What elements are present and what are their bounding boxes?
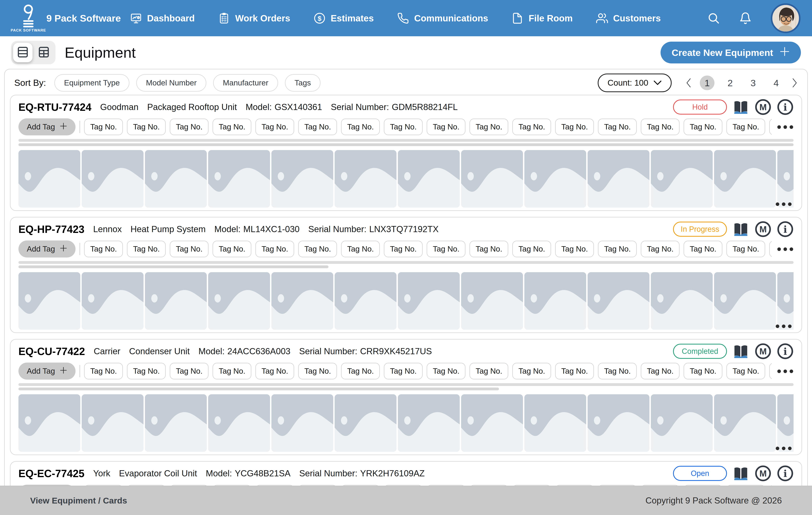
- equipment-photo-placeholder[interactable]: [335, 394, 397, 452]
- equipment-photo-placeholder[interactable]: [271, 150, 333, 207]
- page-number-2[interactable]: 2: [723, 76, 737, 90]
- sort-chip-tags[interactable]: Tags: [285, 74, 321, 92]
- tag-chip[interactable]: Tag No.: [726, 363, 765, 379]
- m-circle-icon[interactable]: M: [755, 99, 771, 115]
- tag-chip[interactable]: Tag No.: [298, 363, 337, 379]
- tag-chip[interactable]: Tag No.: [598, 241, 637, 257]
- horizontal-scrollbar-thumb[interactable]: [19, 388, 499, 390]
- nav-item-file-room[interactable]: File Room: [512, 12, 573, 24]
- info-icon[interactable]: i: [777, 221, 793, 237]
- page-number-4[interactable]: 4: [769, 76, 783, 90]
- equipment-photo-placeholder[interactable]: [651, 272, 713, 330]
- equipment-photo-placeholder[interactable]: [524, 272, 586, 330]
- tag-chip[interactable]: Tag No.: [684, 241, 722, 257]
- equipment-photo-placeholder[interactable]: [714, 394, 776, 452]
- equipment-photo-placeholder[interactable]: [145, 272, 207, 330]
- tag-chip[interactable]: Tag No.: [769, 118, 772, 135]
- tag-chip[interactable]: Tag No.: [512, 241, 551, 257]
- tag-chip[interactable]: Tag No.: [726, 241, 765, 257]
- equipment-photo-placeholder[interactable]: [208, 272, 270, 330]
- photo-overflow-ellipsis[interactable]: [776, 324, 791, 328]
- status-badge[interactable]: Completed: [673, 344, 727, 359]
- table-view-button[interactable]: [34, 43, 54, 62]
- tag-chip[interactable]: Tag No.: [127, 363, 166, 379]
- equipment-photo-placeholder[interactable]: [588, 272, 649, 330]
- list-view-button[interactable]: [13, 43, 32, 62]
- page-number-1[interactable]: 1: [700, 76, 715, 90]
- prev-page-button[interactable]: [686, 78, 692, 88]
- tag-chip[interactable]: Tag No.: [84, 118, 123, 135]
- tag-chip[interactable]: Tag No.: [127, 241, 166, 257]
- tag-chip[interactable]: Tag No.: [469, 241, 508, 257]
- tag-chip[interactable]: Tag No.: [255, 118, 294, 135]
- equipment-photo-placeholder[interactable]: [19, 272, 80, 330]
- status-badge[interactable]: In Progress: [673, 222, 727, 237]
- equipment-photo-placeholder[interactable]: [335, 272, 397, 330]
- add-tag-button[interactable]: Add Tag: [19, 118, 76, 135]
- book-icon[interactable]: [732, 221, 749, 237]
- equipment-photo-placeholder[interactable]: [588, 394, 649, 452]
- tag-chip[interactable]: Tag No.: [255, 241, 294, 257]
- equipment-photo-placeholder[interactable]: [398, 394, 460, 452]
- tag-chip[interactable]: Tag No.: [555, 363, 594, 379]
- tag-chip[interactable]: Tag No.: [212, 241, 251, 257]
- tag-chip[interactable]: Tag No.: [84, 241, 123, 257]
- equipment-photo-placeholder[interactable]: [82, 394, 144, 452]
- photo-overflow-ellipsis[interactable]: [776, 202, 791, 206]
- equipment-photo-placeholder[interactable]: [714, 150, 776, 207]
- sort-chip-equipment-type[interactable]: Equipment Type: [54, 74, 129, 92]
- status-badge[interactable]: Hold: [673, 99, 727, 115]
- info-icon[interactable]: i: [777, 465, 793, 482]
- equipment-photo-placeholder[interactable]: [208, 150, 270, 207]
- equipment-photo-placeholder[interactable]: [82, 272, 144, 330]
- tag-chip[interactable]: Tag No.: [427, 363, 465, 379]
- tag-chip[interactable]: Tag No.: [341, 241, 380, 257]
- tag-chip[interactable]: Tag No.: [555, 118, 594, 135]
- create-new-equipment-button[interactable]: Create New Equipment: [661, 41, 801, 63]
- equipment-photo-placeholder[interactable]: [398, 150, 460, 207]
- tag-chip[interactable]: Tag No.: [84, 363, 123, 379]
- tag-chip[interactable]: Tag No.: [512, 363, 551, 379]
- equipment-photo-placeholder[interactable]: [271, 394, 333, 452]
- add-tag-button[interactable]: Add Tag: [19, 240, 76, 258]
- tag-chip[interactable]: Tag No.: [170, 241, 208, 257]
- equipment-photo-placeholder[interactable]: [651, 394, 713, 452]
- equipment-photo-placeholder[interactable]: [524, 150, 586, 207]
- equipment-photo-placeholder[interactable]: [461, 394, 523, 452]
- equipment-photo-placeholder[interactable]: [208, 394, 270, 452]
- equipment-photo-placeholder[interactable]: [145, 150, 207, 207]
- m-circle-icon[interactable]: M: [755, 343, 771, 360]
- equipment-photo-placeholder[interactable]: [588, 150, 649, 207]
- tag-chip[interactable]: Tag No.: [341, 118, 380, 135]
- tag-chip[interactable]: Tag No.: [469, 118, 508, 135]
- book-icon[interactable]: [732, 465, 749, 482]
- tag-chip[interactable]: Tag No.: [212, 363, 251, 379]
- next-page-button[interactable]: [792, 78, 798, 88]
- status-badge[interactable]: Open: [673, 466, 727, 481]
- equipment-photo-placeholder[interactable]: [398, 272, 460, 330]
- tag-chip[interactable]: Tag No.: [427, 118, 465, 135]
- nav-item-estimates[interactable]: $Estimates: [314, 12, 374, 24]
- tag-overflow-ellipsis[interactable]: [777, 125, 793, 129]
- nav-item-dashboard[interactable]: Dashboard: [130, 12, 195, 24]
- equipment-photo-placeholder[interactable]: [19, 150, 80, 207]
- tag-chip[interactable]: Tag No.: [384, 118, 423, 135]
- info-icon[interactable]: i: [777, 99, 793, 115]
- equipment-photo-placeholder[interactable]: [777, 150, 793, 207]
- tag-chip[interactable]: Tag No.: [598, 118, 637, 135]
- nav-item-communications[interactable]: Communications: [397, 12, 488, 24]
- page-number-3[interactable]: 3: [746, 76, 760, 90]
- tag-chip[interactable]: Tag No.: [769, 241, 772, 257]
- horizontal-scrollbar-thumb[interactable]: [19, 265, 328, 268]
- tag-chip[interactable]: Tag No.: [298, 118, 337, 135]
- m-circle-icon[interactable]: M: [755, 221, 771, 237]
- book-icon[interactable]: [732, 343, 749, 360]
- tag-chip[interactable]: Tag No.: [512, 118, 551, 135]
- sort-chip-model-number[interactable]: Model Number: [136, 74, 206, 92]
- tag-overflow-ellipsis[interactable]: [777, 370, 793, 373]
- app-logo[interactable]: PACK SOFTWARE: [11, 4, 45, 32]
- tag-chip[interactable]: Tag No.: [726, 118, 765, 135]
- equipment-photo-placeholder[interactable]: [19, 394, 80, 452]
- photo-overflow-ellipsis[interactable]: [776, 447, 791, 450]
- bell-icon[interactable]: [739, 12, 752, 25]
